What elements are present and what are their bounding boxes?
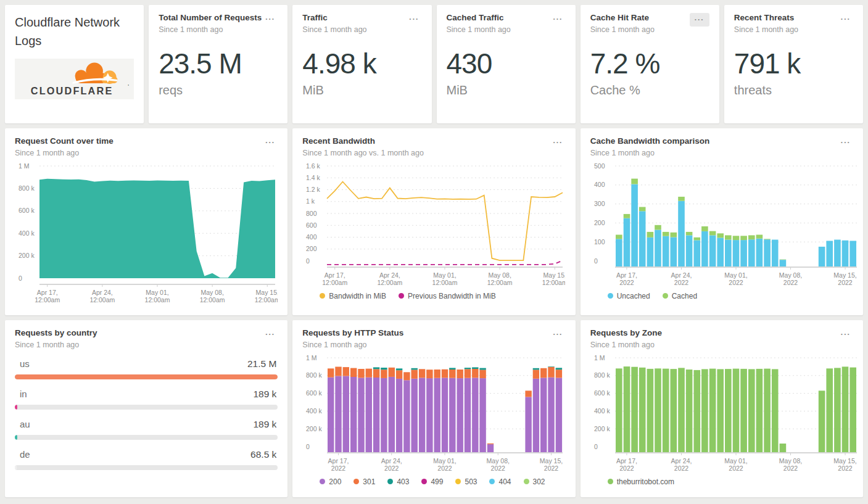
- svg-text:0: 0: [594, 442, 598, 450]
- svg-text:May 01,: May 01,: [724, 457, 747, 465]
- svg-text:Apr 24,: Apr 24,: [92, 289, 113, 296]
- svg-text:800: 800: [306, 209, 317, 217]
- svg-text:2022: 2022: [674, 465, 688, 472]
- svg-text:400 k: 400 k: [594, 407, 610, 415]
- country-bar-fill: [15, 405, 17, 410]
- ellipsis-menu-icon[interactable]: •••: [551, 13, 566, 25]
- svg-text:600 k: 600 k: [306, 389, 322, 397]
- panel-request-count: Request Count over time Since 1 month ag…: [5, 128, 287, 315]
- http-status-chart[interactable]: 1 M800 k600 k400 k200 k0Apr 17,2022Apr 2…: [302, 353, 565, 474]
- svg-text:2022: 2022: [729, 465, 743, 472]
- panel-subtitle: Since 1 month ago: [590, 341, 662, 349]
- kpi-value: 23.5 M: [159, 49, 278, 78]
- panel-brand: Cloudflare Network Logs CLOUDFLARE ': [5, 5, 144, 123]
- svg-text:2022: 2022: [783, 465, 798, 472]
- country-label: us: [20, 358, 30, 369]
- ellipsis-menu-icon[interactable]: •••: [407, 13, 422, 25]
- svg-text:600: 600: [306, 221, 317, 229]
- legend-dot-icon: [663, 293, 668, 299]
- country-bars: us21.5 Min189 kau189 kde68.5 k: [15, 358, 278, 470]
- ellipsis-menu-icon[interactable]: •••: [838, 328, 853, 341]
- cache-bandwidth-legend: UncachedCached: [590, 292, 853, 300]
- legend-item[interactable]: 200: [320, 477, 341, 486]
- ellipsis-menu-icon[interactable]: •••: [838, 13, 853, 25]
- ellipsis-menu-icon[interactable]: •••: [690, 13, 709, 27]
- ellipsis-menu-icon[interactable]: •••: [838, 136, 853, 149]
- panel-subtitle: Since 1 month ago: [447, 25, 511, 34]
- svg-text:12:00am: 12:00am: [487, 279, 513, 286]
- svg-text:1 M: 1 M: [306, 353, 317, 361]
- svg-text:2022: 2022: [838, 465, 853, 472]
- svg-text:1 M: 1 M: [19, 162, 30, 169]
- svg-text:2022: 2022: [384, 465, 399, 472]
- legend-item[interactable]: 403: [387, 477, 409, 486]
- ellipsis-menu-icon[interactable]: •••: [263, 136, 278, 149]
- zone-legend: theburritobot.com: [590, 477, 853, 486]
- legend-item[interactable]: Uncached: [608, 292, 650, 300]
- ellipsis-menu-icon[interactable]: •••: [263, 328, 278, 341]
- panel-title: Requests by country: [15, 328, 97, 339]
- svg-text:Apr 17,: Apr 17,: [324, 271, 345, 279]
- ellipsis-menu-icon[interactable]: •••: [263, 13, 278, 25]
- legend-item[interactable]: Cached: [663, 292, 697, 300]
- panel-title: Total Number of Requests: [159, 13, 262, 23]
- legend-item[interactable]: 301: [353, 477, 375, 486]
- panel-subtitle: Since 1 month ago: [15, 149, 114, 157]
- svg-text:200 k: 200 k: [19, 252, 35, 259]
- svg-text:May 01,: May 01,: [434, 271, 457, 279]
- country-row: in189 k: [15, 389, 278, 410]
- svg-text:2022: 2022: [674, 279, 688, 286]
- recent-bandwidth-chart[interactable]: 1.6 k1.4 k1.2 k1 k8006004002000Apr 17,12…: [302, 161, 565, 288]
- svg-text:200: 200: [594, 219, 605, 226]
- svg-text:2022: 2022: [491, 465, 506, 472]
- panel-recent-threats: Recent Threats Since 1 month ago ••• 791…: [724, 5, 863, 123]
- panel-total-requests: Total Number of Requests Since 1 month a…: [149, 5, 287, 123]
- svg-text:0: 0: [594, 257, 598, 264]
- legend-item[interactable]: theburritobot.com: [608, 477, 674, 486]
- svg-text:500: 500: [594, 162, 605, 169]
- legend-label: Cached: [672, 292, 697, 300]
- country-row: au189 k: [15, 419, 278, 440]
- svg-text:12:00am: 12:00am: [145, 296, 170, 304]
- svg-text:1.6 k: 1.6 k: [306, 162, 321, 169]
- panel-recent-bandwidth: Recent Bandwidth Since 1 month ago vs. 1…: [292, 128, 575, 315]
- panel-title: Traffic: [302, 13, 366, 23]
- svg-text:200 k: 200 k: [306, 425, 322, 432]
- legend-dot-icon: [489, 479, 495, 484]
- legend-item[interactable]: Bandwidth in MiB: [320, 292, 386, 300]
- panel-title: Request Count over time: [15, 136, 114, 147]
- panel-subtitle: Since 1 month ago vs. 1 month ago: [302, 149, 424, 157]
- panel-requests-by-country: Requests by country Since 1 month ago ••…: [5, 320, 287, 497]
- svg-text:200 k: 200 k: [594, 425, 610, 432]
- legend-item[interactable]: 404: [489, 477, 511, 486]
- country-row: us21.5 M: [15, 358, 278, 379]
- svg-text:Apr 17,: Apr 17,: [616, 457, 637, 465]
- svg-text:400: 400: [306, 233, 317, 241]
- kpi-unit: reqs: [159, 83, 278, 97]
- ellipsis-menu-icon[interactable]: •••: [551, 136, 566, 149]
- svg-text:2022: 2022: [331, 465, 346, 472]
- cloudflare-wordmark: CLOUDFLARE: [31, 85, 114, 96]
- panel-title: Requests by HTTP Status: [302, 328, 403, 339]
- legend-item[interactable]: Previous Bandwidth in MiB: [399, 292, 496, 300]
- svg-text:200: 200: [306, 245, 317, 252]
- svg-text:May 08,: May 08,: [487, 457, 510, 465]
- svg-text:800 k: 800 k: [19, 184, 35, 192]
- request-count-chart[interactable]: 1 M800 k600 k400 k200 k0Apr 17,12:00amAp…: [15, 161, 278, 305]
- kpi-unit: MiB: [447, 83, 566, 97]
- svg-text:12:00am: 12:00am: [35, 296, 60, 304]
- cache-bandwidth-chart[interactable]: 5004003002001000Apr 17,2022Apr 24,2022Ma…: [590, 161, 859, 288]
- ellipsis-menu-icon[interactable]: •••: [551, 328, 566, 341]
- zone-chart[interactable]: 1 M800 k600 k400 k200 k0Apr 17,2022Apr 2…: [590, 353, 859, 474]
- legend-item[interactable]: 499: [421, 477, 443, 486]
- legend-dot-icon: [455, 479, 461, 484]
- legend-label: 499: [431, 477, 443, 486]
- panel-traffic: Traffic Since 1 month ago ••• 4.98 k MiB: [292, 5, 431, 123]
- kpi-value: 791 k: [734, 49, 853, 78]
- country-value: 68.5 k: [250, 449, 276, 460]
- legend-item[interactable]: 503: [455, 477, 477, 486]
- panel-cache-bandwidth: Cache Bandwidth comparison Since 1 month…: [581, 128, 863, 315]
- legend-item[interactable]: 302: [524, 477, 545, 486]
- svg-text:600 k: 600 k: [594, 389, 610, 397]
- svg-text:2022: 2022: [438, 465, 453, 472]
